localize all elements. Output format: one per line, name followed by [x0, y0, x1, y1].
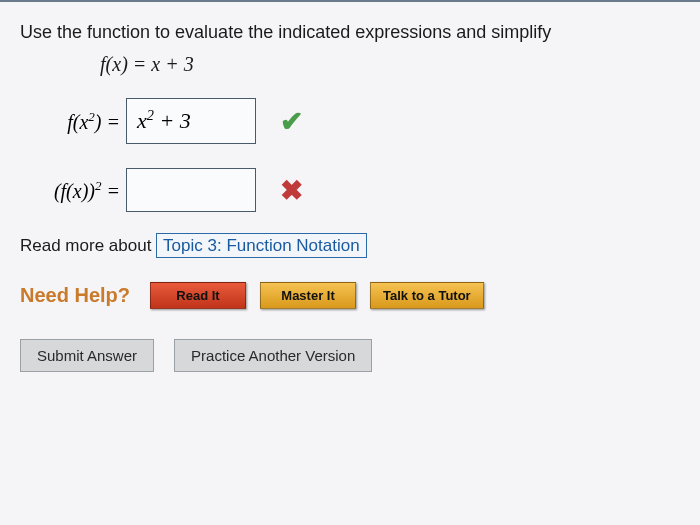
check-icon: ✔	[280, 105, 303, 138]
read-it-button[interactable]: Read It	[150, 282, 246, 309]
expression-row-1: f(x2) = x2 + 3 ✔	[30, 98, 680, 144]
expr1-lhs: f(x2) =	[30, 109, 120, 134]
help-row: Need Help? Read It Master It Talk to a T…	[20, 282, 680, 309]
cross-icon: ✖	[280, 174, 303, 207]
expr2-lhs: (f(x))2 =	[30, 178, 120, 203]
topic-link[interactable]: Topic 3: Function Notation	[156, 233, 367, 258]
question-panel: Use the function to evaluate the indicat…	[0, 0, 700, 525]
need-help-label: Need Help?	[20, 284, 130, 307]
given-function: f(x) = x + 3	[100, 53, 680, 76]
master-it-button[interactable]: Master It	[260, 282, 356, 309]
expression-row-2: (f(x))2 = ✖	[30, 168, 680, 212]
practice-another-button[interactable]: Practice Another Version	[174, 339, 372, 372]
talk-to-tutor-button[interactable]: Talk to a Tutor	[370, 282, 484, 309]
read-more-line: Read more about Topic 3: Function Notati…	[20, 236, 680, 256]
bottom-actions: Submit Answer Practice Another Version	[20, 339, 680, 372]
submit-answer-button[interactable]: Submit Answer	[20, 339, 154, 372]
expr1-answer: x2 + 3	[137, 107, 191, 134]
expr1-answer-box[interactable]: x2 + 3	[126, 98, 256, 144]
expr2-answer-box[interactable]	[126, 168, 256, 212]
instruction-text: Use the function to evaluate the indicat…	[20, 22, 680, 43]
read-more-prefix: Read more about	[20, 236, 156, 255]
